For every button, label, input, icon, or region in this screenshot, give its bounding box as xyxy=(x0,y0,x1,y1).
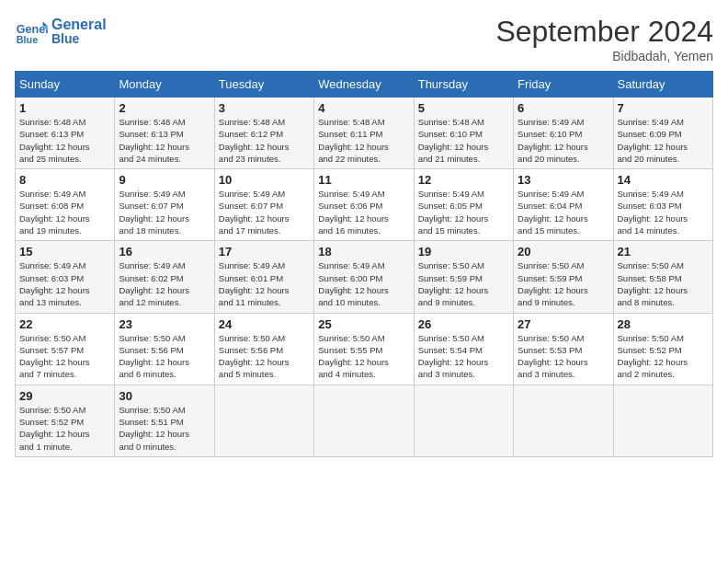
day-number: 8 xyxy=(19,173,110,187)
calendar-day-cell: 28Sunrise: 5:50 AM Sunset: 5:52 PM Dayli… xyxy=(613,313,712,385)
day-number: 21 xyxy=(618,245,709,259)
calendar-day-cell: 18Sunrise: 5:49 AM Sunset: 6:00 PM Dayli… xyxy=(314,241,414,313)
day-number: 15 xyxy=(19,245,110,259)
day-info: Sunrise: 5:49 AM Sunset: 6:05 PM Dayligh… xyxy=(418,188,509,236)
day-info: Sunrise: 5:49 AM Sunset: 6:03 PM Dayligh… xyxy=(19,259,110,308)
day-number: 18 xyxy=(318,245,409,259)
day-number: 3 xyxy=(219,101,310,115)
svg-text:Blue: Blue xyxy=(17,34,38,45)
weekday-header-cell: Saturday xyxy=(613,72,712,98)
calendar-day-cell: 19Sunrise: 5:50 AM Sunset: 5:59 PM Dayli… xyxy=(414,241,513,313)
logo-text-general: General xyxy=(51,17,107,33)
calendar-day-cell: 3Sunrise: 5:48 AM Sunset: 6:12 PM Daylig… xyxy=(214,98,313,169)
day-number: 26 xyxy=(418,317,509,331)
logo-text-blue: Blue xyxy=(51,32,107,46)
day-info: Sunrise: 5:50 AM Sunset: 5:52 PM Dayligh… xyxy=(618,332,709,381)
calendar-day-cell: 30Sunrise: 5:50 AM Sunset: 5:51 PM Dayli… xyxy=(115,385,214,456)
weekday-header-cell: Friday xyxy=(514,72,613,98)
page-header: General Blue General Blue September 2024… xyxy=(15,15,713,63)
calendar-day-cell: 2Sunrise: 5:48 AM Sunset: 6:13 PM Daylig… xyxy=(115,98,214,169)
calendar-day-cell: 26Sunrise: 5:50 AM Sunset: 5:54 PM Dayli… xyxy=(414,313,513,385)
day-info: Sunrise: 5:48 AM Sunset: 6:11 PM Dayligh… xyxy=(318,116,409,165)
calendar-day-cell: 29Sunrise: 5:50 AM Sunset: 5:52 PM Dayli… xyxy=(16,385,115,456)
day-info: Sunrise: 5:49 AM Sunset: 6:00 PM Dayligh… xyxy=(318,259,409,308)
day-number: 22 xyxy=(19,317,110,331)
calendar-day-cell: 5Sunrise: 5:48 AM Sunset: 6:10 PM Daylig… xyxy=(414,98,513,169)
day-number: 27 xyxy=(518,317,609,331)
day-info: Sunrise: 5:49 AM Sunset: 6:01 PM Dayligh… xyxy=(219,259,310,308)
calendar-day-cell: 4Sunrise: 5:48 AM Sunset: 6:11 PM Daylig… xyxy=(314,98,414,169)
day-number: 24 xyxy=(219,317,310,331)
calendar-day-cell: 14Sunrise: 5:49 AM Sunset: 6:03 PM Dayli… xyxy=(613,169,712,241)
day-number: 5 xyxy=(418,101,509,115)
calendar-day-cell: 17Sunrise: 5:49 AM Sunset: 6:01 PM Dayli… xyxy=(214,241,313,313)
day-info: Sunrise: 5:50 AM Sunset: 5:59 PM Dayligh… xyxy=(518,259,609,308)
day-number: 11 xyxy=(318,173,409,187)
day-number: 28 xyxy=(618,317,709,331)
day-info: Sunrise: 5:50 AM Sunset: 5:52 PM Dayligh… xyxy=(19,404,110,453)
calendar-week-row: 15Sunrise: 5:49 AM Sunset: 6:03 PM Dayli… xyxy=(16,241,713,313)
calendar-day-cell: 24Sunrise: 5:50 AM Sunset: 5:56 PM Dayli… xyxy=(214,313,313,385)
day-number: 19 xyxy=(418,245,509,259)
calendar-day-cell: 11Sunrise: 5:49 AM Sunset: 6:06 PM Dayli… xyxy=(314,169,414,241)
calendar-day-cell xyxy=(214,385,313,456)
weekday-header-cell: Thursday xyxy=(414,72,513,98)
calendar-table: SundayMondayTuesdayWednesdayThursdayFrid… xyxy=(15,71,713,457)
day-info: Sunrise: 5:50 AM Sunset: 5:53 PM Dayligh… xyxy=(518,332,609,381)
calendar-day-cell xyxy=(414,385,513,456)
calendar-day-cell: 27Sunrise: 5:50 AM Sunset: 5:53 PM Dayli… xyxy=(514,313,613,385)
day-info: Sunrise: 5:49 AM Sunset: 6:03 PM Dayligh… xyxy=(618,188,709,236)
calendar-day-cell: 20Sunrise: 5:50 AM Sunset: 5:59 PM Dayli… xyxy=(514,241,613,313)
day-info: Sunrise: 5:50 AM Sunset: 5:55 PM Dayligh… xyxy=(318,332,409,381)
day-info: Sunrise: 5:48 AM Sunset: 6:10 PM Dayligh… xyxy=(418,116,509,165)
month-title: September 2024 xyxy=(495,15,713,49)
weekday-header-cell: Monday xyxy=(115,72,214,98)
day-info: Sunrise: 5:49 AM Sunset: 6:04 PM Dayligh… xyxy=(518,188,609,236)
calendar-day-cell: 16Sunrise: 5:49 AM Sunset: 6:02 PM Dayli… xyxy=(115,241,214,313)
day-number: 7 xyxy=(618,101,709,115)
day-number: 23 xyxy=(119,317,210,331)
calendar-week-row: 22Sunrise: 5:50 AM Sunset: 5:57 PM Dayli… xyxy=(16,313,713,385)
day-info: Sunrise: 5:49 AM Sunset: 6:02 PM Dayligh… xyxy=(119,259,210,308)
day-info: Sunrise: 5:50 AM Sunset: 5:58 PM Dayligh… xyxy=(618,259,709,308)
calendar-week-row: 1Sunrise: 5:48 AM Sunset: 6:13 PM Daylig… xyxy=(16,98,713,169)
calendar-day-cell: 13Sunrise: 5:49 AM Sunset: 6:04 PM Dayli… xyxy=(514,169,613,241)
calendar-day-cell: 22Sunrise: 5:50 AM Sunset: 5:57 PM Dayli… xyxy=(16,313,115,385)
day-number: 4 xyxy=(318,101,409,115)
calendar-day-cell: 15Sunrise: 5:49 AM Sunset: 6:03 PM Dayli… xyxy=(16,241,115,313)
calendar-week-row: 29Sunrise: 5:50 AM Sunset: 5:52 PM Dayli… xyxy=(16,385,713,456)
day-number: 17 xyxy=(219,245,310,259)
day-info: Sunrise: 5:50 AM Sunset: 5:56 PM Dayligh… xyxy=(219,332,310,381)
calendar-day-cell: 6Sunrise: 5:49 AM Sunset: 6:10 PM Daylig… xyxy=(514,98,613,169)
day-number: 25 xyxy=(318,317,409,331)
calendar-day-cell xyxy=(514,385,613,456)
day-info: Sunrise: 5:50 AM Sunset: 5:54 PM Dayligh… xyxy=(418,332,509,381)
day-number: 2 xyxy=(119,101,210,115)
day-number: 29 xyxy=(19,389,110,403)
day-info: Sunrise: 5:48 AM Sunset: 6:13 PM Dayligh… xyxy=(119,116,210,165)
calendar-week-row: 8Sunrise: 5:49 AM Sunset: 6:08 PM Daylig… xyxy=(16,169,713,241)
weekday-header-cell: Sunday xyxy=(16,72,115,98)
weekday-header-cell: Tuesday xyxy=(214,72,313,98)
logo-icon: General Blue xyxy=(15,15,48,48)
day-number: 13 xyxy=(518,173,609,187)
day-info: Sunrise: 5:50 AM Sunset: 5:56 PM Dayligh… xyxy=(119,332,210,381)
calendar-day-cell: 25Sunrise: 5:50 AM Sunset: 5:55 PM Dayli… xyxy=(314,313,414,385)
calendar-day-cell: 1Sunrise: 5:48 AM Sunset: 6:13 PM Daylig… xyxy=(16,98,115,169)
logo: General Blue General Blue xyxy=(15,15,107,48)
day-number: 12 xyxy=(418,173,509,187)
calendar-day-cell: 7Sunrise: 5:49 AM Sunset: 6:09 PM Daylig… xyxy=(613,98,712,169)
calendar-day-cell xyxy=(613,385,712,456)
calendar-day-cell: 8Sunrise: 5:49 AM Sunset: 6:08 PM Daylig… xyxy=(16,169,115,241)
calendar-body: 1Sunrise: 5:48 AM Sunset: 6:13 PM Daylig… xyxy=(16,98,713,457)
day-info: Sunrise: 5:50 AM Sunset: 5:57 PM Dayligh… xyxy=(19,332,110,381)
day-info: Sunrise: 5:48 AM Sunset: 6:13 PM Dayligh… xyxy=(19,116,110,165)
day-info: Sunrise: 5:48 AM Sunset: 6:12 PM Dayligh… xyxy=(219,116,310,165)
day-number: 6 xyxy=(518,101,609,115)
day-info: Sunrise: 5:50 AM Sunset: 5:59 PM Dayligh… xyxy=(418,259,509,308)
day-number: 20 xyxy=(518,245,609,259)
day-number: 9 xyxy=(119,173,210,187)
weekday-header-row: SundayMondayTuesdayWednesdayThursdayFrid… xyxy=(16,72,713,98)
day-info: Sunrise: 5:49 AM Sunset: 6:10 PM Dayligh… xyxy=(518,116,609,165)
day-number: 30 xyxy=(119,389,210,403)
